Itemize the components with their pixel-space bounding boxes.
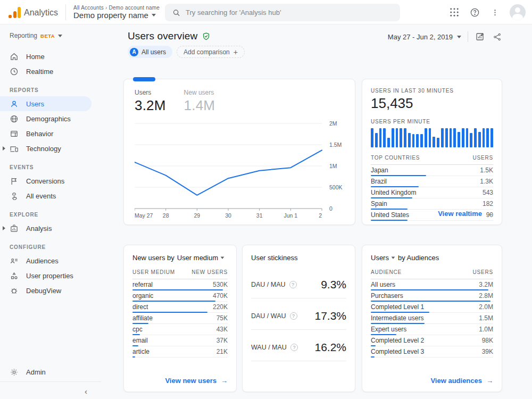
help-icon[interactable] bbox=[469, 7, 480, 18]
per-minute-bar bbox=[392, 128, 394, 147]
chevron-down-icon bbox=[457, 36, 461, 38]
help-icon[interactable]: ? bbox=[289, 281, 297, 288]
apps-grid-icon[interactable] bbox=[449, 7, 460, 18]
table-row: referral 530K bbox=[132, 279, 228, 290]
view-new-users-link[interactable]: View new users → bbox=[165, 377, 228, 385]
sidebar: Reporting BETA Home Realtime REPORTS Use… bbox=[0, 24, 101, 399]
arrow-right-icon: → bbox=[221, 377, 228, 385]
users-last-30min-value: 15,435 bbox=[371, 95, 493, 112]
property-name[interactable]: Demo property name bbox=[73, 11, 160, 20]
arrow-right-icon: → bbox=[486, 377, 493, 385]
value-bar bbox=[132, 356, 135, 358]
table-row: Completed Level 3 39K bbox=[371, 346, 493, 358]
metric-selector[interactable]: Users bbox=[371, 254, 395, 262]
stickiness-row: WAU / MAU ? 16.2% bbox=[251, 330, 346, 361]
gear-icon bbox=[10, 368, 19, 377]
chevron-down-icon bbox=[58, 35, 62, 37]
per-minute-bar bbox=[400, 128, 402, 147]
sidebar-item-all-events[interactable]: All events bbox=[0, 188, 101, 203]
table-row: Japan 1.5K bbox=[371, 165, 493, 176]
view-audiences-link[interactable]: View audiences → bbox=[430, 377, 493, 385]
sidebar-item-analysis[interactable]: Analysis bbox=[0, 221, 101, 236]
customize-report-icon[interactable] bbox=[475, 31, 485, 42]
per-minute-bar bbox=[425, 128, 427, 147]
breadcrumb-root[interactable]: All Accounts bbox=[73, 5, 104, 11]
view-realtime-link[interactable]: View realtime → bbox=[438, 210, 493, 218]
more-vertical-icon[interactable] bbox=[489, 7, 500, 18]
per-minute-bar bbox=[404, 128, 406, 147]
sidebar-item-home[interactable]: Home bbox=[0, 49, 101, 64]
page-title: Users overview bbox=[128, 30, 197, 42]
flag-icon bbox=[10, 177, 19, 186]
add-comparison-button[interactable]: Add comparison + bbox=[177, 46, 245, 58]
table-row: affiliate 75K bbox=[132, 313, 228, 324]
date-range-selector[interactable]: May 27 - Jun 2, 2019 bbox=[388, 33, 461, 41]
per-minute-bar bbox=[371, 128, 373, 147]
help-icon[interactable]: ? bbox=[290, 344, 298, 351]
svg-text:28: 28 bbox=[163, 212, 169, 219]
clock-icon bbox=[10, 67, 19, 76]
metric-tab-new-users[interactable]: New users 1.4M bbox=[184, 89, 215, 114]
expand-arrow-icon[interactable] bbox=[3, 146, 5, 151]
window-icon bbox=[10, 129, 19, 138]
breadcrumb[interactable]: All Accounts›Demo account name bbox=[73, 5, 160, 11]
sidebar-item-technology[interactable]: Technology bbox=[0, 141, 101, 156]
table-row: United Kingdom 543 bbox=[371, 187, 493, 198]
sidebar-item-user-properties[interactable]: User properties bbox=[0, 268, 101, 283]
per-minute-bar bbox=[470, 133, 472, 147]
stickiness-row: DAU / MAU ? 9.3% bbox=[251, 267, 346, 298]
analytics-logo[interactable]: Analytics bbox=[0, 6, 65, 18]
audiences-table: All users 3.2M Purchasers 2.8M Completed… bbox=[371, 279, 493, 358]
sidebar-item-debugview[interactable]: DebugView bbox=[0, 283, 101, 298]
devices-icon bbox=[10, 144, 19, 153]
per-minute-bar bbox=[420, 134, 423, 147]
stickiness-rows: DAU / MAU ? 9.3% DAU / WAU ? 17.3% WAU /… bbox=[251, 267, 346, 361]
shapes-icon bbox=[10, 271, 19, 280]
avatar[interactable] bbox=[510, 4, 526, 20]
per-minute-bar bbox=[445, 128, 448, 147]
sidebar-item-users[interactable]: Users bbox=[0, 96, 92, 111]
realtime-card: USERS IN LAST 30 MINUTES 15,435 USERS PE… bbox=[362, 79, 502, 225]
value-bar bbox=[371, 356, 375, 358]
share-icon[interactable] bbox=[492, 31, 502, 42]
chevron-down-icon bbox=[221, 256, 225, 259]
collapse-sidebar-button[interactable]: ‹ bbox=[0, 384, 101, 398]
sidebar-item-demographics[interactable]: Demographics bbox=[0, 111, 101, 126]
sidebar-footer: Admin ‹ bbox=[0, 364, 101, 399]
section-label-events: EVENTS bbox=[0, 156, 101, 173]
search-bar[interactable] bbox=[165, 4, 400, 21]
comparison-badge: A bbox=[130, 48, 138, 56]
breadcrumb-account[interactable]: Demo account name bbox=[109, 5, 160, 11]
users-line-chart: 0500K1M1.5M2MMay 2728293031Jun 12 bbox=[135, 118, 345, 225]
per-minute-bar bbox=[462, 128, 464, 147]
per-minute-bar bbox=[433, 137, 435, 147]
bug-icon bbox=[10, 286, 19, 295]
reporting-menu[interactable]: Reporting BETA bbox=[0, 24, 101, 40]
sidebar-item-admin[interactable]: Admin bbox=[0, 364, 101, 379]
svg-text:Jun 1: Jun 1 bbox=[284, 212, 297, 219]
help-icon[interactable]: ? bbox=[290, 312, 297, 320]
svg-text:31: 31 bbox=[256, 212, 263, 219]
per-minute-bar bbox=[474, 128, 477, 147]
divider bbox=[468, 31, 468, 42]
sidebar-item-audiences[interactable]: Audiences bbox=[0, 253, 101, 268]
svg-text:May 27: May 27 bbox=[135, 212, 153, 219]
dimension-selector[interactable]: User medium bbox=[177, 254, 225, 262]
sidebar-item-behavior[interactable]: Behavior bbox=[0, 126, 101, 141]
user-stickiness-card: User stickiness DAU / MAU ? 9.3% DAU / W… bbox=[242, 245, 355, 392]
touch-icon bbox=[10, 192, 19, 201]
search-input[interactable] bbox=[186, 9, 393, 16]
sidebar-item-conversions[interactable]: Conversions bbox=[0, 173, 101, 188]
property-switcher[interactable]: All Accounts›Demo account name Demo prop… bbox=[66, 5, 160, 20]
sidebar-item-realtime[interactable]: Realtime bbox=[0, 64, 101, 79]
per-minute-bar bbox=[375, 133, 378, 147]
table-row: Brazil 1.3K bbox=[371, 176, 493, 187]
expand-arrow-icon[interactable] bbox=[3, 226, 5, 230]
svg-text:2M: 2M bbox=[329, 120, 337, 127]
comparison-chip-all-users[interactable]: A All users bbox=[128, 46, 172, 58]
per-minute-bar bbox=[483, 128, 485, 147]
search-icon bbox=[172, 9, 180, 17]
table-header: USER MEDIUM NEW USERS bbox=[132, 269, 228, 279]
metric-tab-users[interactable]: Users 3.2M bbox=[135, 89, 166, 114]
per-minute-label: USERS PER MINUTE bbox=[371, 119, 493, 124]
